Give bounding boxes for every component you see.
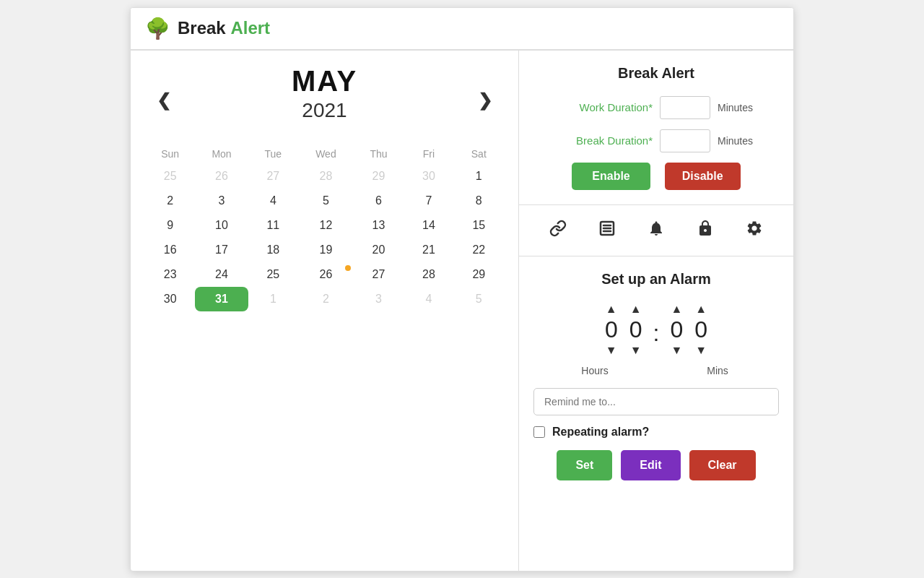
next-month-button[interactable]: ❯ bbox=[466, 85, 504, 116]
link-icon[interactable] bbox=[546, 217, 570, 244]
alarm-btn-row: Set Edit Clear bbox=[533, 450, 779, 480]
calendar-day[interactable]: 20 bbox=[354, 238, 404, 262]
calendar-day[interactable]: 29 bbox=[354, 164, 404, 189]
break-duration-unit: Minutes bbox=[718, 135, 761, 147]
day-header-fri: Fri bbox=[404, 144, 453, 164]
work-duration-unit: Minutes bbox=[718, 102, 761, 113]
mins-label: Mins bbox=[685, 365, 750, 376]
calendar-day[interactable]: 28 bbox=[404, 262, 453, 287]
day-header-sat: Sat bbox=[454, 144, 504, 164]
day-header-mon: Mon bbox=[195, 144, 248, 164]
hours-unit: ▲ 0 ▼ ▲ 0 ▼ bbox=[600, 302, 648, 358]
calendar-day[interactable]: 31 bbox=[195, 287, 248, 311]
mins-tens-down-button[interactable]: ▼ bbox=[665, 343, 688, 358]
mins-ones-digit: 0 bbox=[690, 316, 712, 343]
calendar-day[interactable]: 30 bbox=[404, 164, 453, 189]
header: 🌳 Break Alert bbox=[131, 8, 793, 50]
calendar-day[interactable]: 5 bbox=[298, 189, 354, 213]
title-alert: Alert bbox=[230, 18, 270, 38]
calendar-day[interactable]: 18 bbox=[248, 238, 298, 262]
calendar-day[interactable]: 26 bbox=[298, 262, 354, 287]
list-icon[interactable] bbox=[596, 217, 619, 244]
day-header-thu: Thu bbox=[354, 144, 404, 164]
enable-button[interactable]: Enable bbox=[572, 163, 650, 190]
calendar-day[interactable]: 25 bbox=[248, 262, 298, 287]
hours-ones-down-button[interactable]: ▼ bbox=[624, 343, 648, 358]
calendar-day[interactable]: 14 bbox=[404, 213, 453, 238]
hours-tens-down-button[interactable]: ▼ bbox=[600, 343, 623, 358]
disable-button[interactable]: Disable bbox=[665, 163, 741, 190]
repeating-checkbox[interactable] bbox=[533, 426, 545, 438]
main-content: ❮ MAY 2021 ❯ Sun Mon Tue Wed Thu Fri bbox=[131, 50, 793, 571]
alarm-section: Set up an Alarm ▲ 0 ▼ ▲ bbox=[519, 256, 793, 571]
clear-button[interactable]: Clear bbox=[689, 450, 756, 480]
calendar-day[interactable]: 5 bbox=[454, 287, 504, 311]
repeating-label: Repeating alarm? bbox=[552, 426, 649, 439]
calendar-day[interactable]: 16 bbox=[145, 238, 195, 262]
time-colon: : bbox=[653, 313, 660, 347]
bell-icon[interactable] bbox=[645, 217, 668, 244]
calendar-day[interactable]: 8 bbox=[454, 189, 504, 213]
break-duration-input[interactable] bbox=[660, 129, 710, 152]
calendar-day[interactable]: 30 bbox=[145, 287, 195, 311]
hours-tens-digit: 0 bbox=[601, 316, 622, 343]
mins-ones-down-button[interactable]: ▼ bbox=[689, 343, 712, 358]
work-duration-input[interactable] bbox=[660, 96, 710, 119]
calendar-day[interactable]: 15 bbox=[454, 213, 504, 238]
calendar-day[interactable]: 29 bbox=[454, 262, 504, 287]
mins-pair: ▲ 0 ▼ ▲ 0 ▼ bbox=[665, 302, 712, 358]
enable-disable-row: Enable Disable bbox=[533, 163, 779, 190]
calendar-day[interactable]: 6 bbox=[354, 189, 404, 213]
calendar-day[interactable]: 3 bbox=[195, 189, 248, 213]
hours-tens-up-button[interactable]: ▲ bbox=[600, 302, 623, 316]
calendar-day[interactable]: 2 bbox=[298, 287, 354, 311]
set-button[interactable]: Set bbox=[557, 450, 612, 480]
remind-input[interactable] bbox=[533, 388, 779, 415]
break-alert-title: Break Alert bbox=[533, 65, 779, 82]
prev-month-button[interactable]: ❮ bbox=[145, 85, 183, 116]
calendar-day[interactable]: 21 bbox=[404, 238, 453, 262]
lock-icon[interactable] bbox=[694, 217, 717, 244]
calendar-year: 2021 bbox=[292, 99, 357, 122]
time-labels: Hours Mins bbox=[533, 365, 779, 376]
hours-ones-col: ▲ 0 ▼ bbox=[624, 302, 648, 358]
calendar-day[interactable]: 27 bbox=[354, 262, 404, 287]
edit-button[interactable]: Edit bbox=[621, 450, 680, 480]
calendar-day[interactable]: 7 bbox=[404, 189, 453, 213]
calendar-day[interactable]: 17 bbox=[195, 238, 248, 262]
calendar-day[interactable]: 27 bbox=[248, 164, 298, 189]
day-header-tue: Tue bbox=[248, 144, 298, 164]
calendar-day[interactable]: 1 bbox=[248, 287, 298, 311]
calendar-month: MAY bbox=[292, 65, 357, 98]
calendar-day[interactable]: 10 bbox=[195, 213, 248, 238]
calendar-day[interactable]: 23 bbox=[145, 262, 195, 287]
calendar-day[interactable]: 9 bbox=[145, 213, 195, 238]
app-title: Break Alert bbox=[178, 18, 270, 38]
calendar-day[interactable]: 2 bbox=[145, 189, 195, 213]
calendar-day[interactable]: 26 bbox=[195, 164, 248, 189]
alarm-title: Set up an Alarm bbox=[533, 271, 779, 288]
calendar-day[interactable]: 1 bbox=[454, 164, 504, 189]
logo-icon: 🌳 bbox=[145, 17, 170, 40]
hours-tens-col: ▲ 0 ▼ bbox=[600, 302, 623, 358]
calendar-day[interactable]: 22 bbox=[454, 238, 504, 262]
time-picker: ▲ 0 ▼ ▲ 0 ▼ : bbox=[533, 302, 779, 358]
hours-label: Hours bbox=[562, 365, 627, 376]
calendar-day[interactable]: 3 bbox=[354, 287, 404, 311]
calendar-day[interactable]: 13 bbox=[354, 213, 404, 238]
calendar-day[interactable]: 12 bbox=[298, 213, 354, 238]
hours-ones-up-button[interactable]: ▲ bbox=[624, 302, 648, 316]
mins-tens-up-button[interactable]: ▲ bbox=[665, 302, 688, 316]
calendar-day[interactable]: 25 bbox=[145, 164, 195, 189]
gear-icon[interactable] bbox=[743, 217, 766, 244]
app-container: 🌳 Break Alert ❮ MAY 2021 ❯ Sun bbox=[130, 7, 794, 571]
calendar-nav: ❮ MAY 2021 ❯ bbox=[145, 65, 504, 137]
calendar-day[interactable]: 4 bbox=[248, 189, 298, 213]
calendar-day[interactable]: 28 bbox=[298, 164, 354, 189]
mins-ones-up-button[interactable]: ▲ bbox=[689, 302, 712, 316]
calendar-day[interactable]: 4 bbox=[404, 287, 453, 311]
calendar-day[interactable]: 19 bbox=[298, 238, 354, 262]
hours-ones-digit: 0 bbox=[625, 316, 647, 343]
calendar-day[interactable]: 24 bbox=[195, 262, 248, 287]
calendar-day[interactable]: 11 bbox=[248, 213, 298, 238]
